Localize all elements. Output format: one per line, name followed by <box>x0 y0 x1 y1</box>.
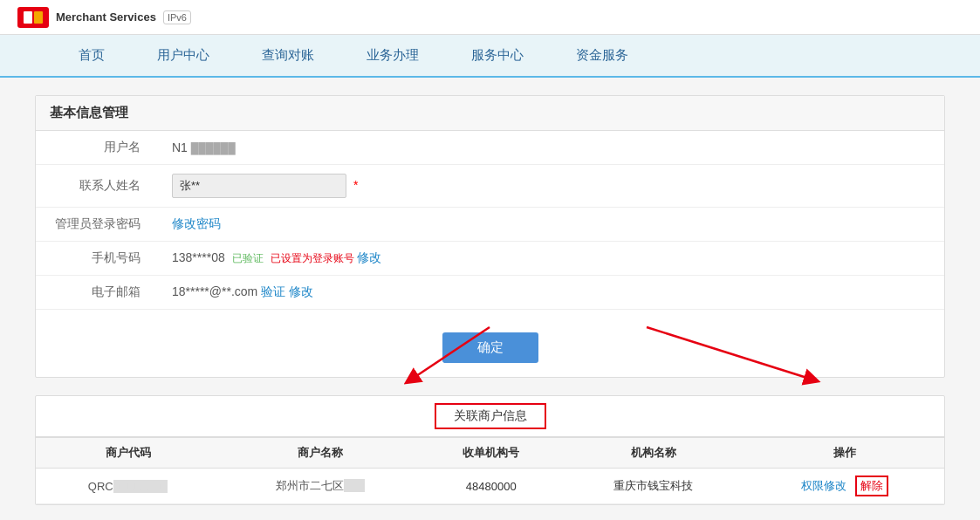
nav-item-query[interactable]: 查询对账 <box>236 35 340 76</box>
nav-item-service[interactable]: 服务中心 <box>445 35 550 76</box>
svg-rect-2 <box>34 11 43 24</box>
email-text: 18*****@**.com <box>172 284 257 298</box>
col-code: 商户代码 <box>36 438 220 469</box>
contact-value: * <box>158 165 944 208</box>
phone-value: 138****08 已验证 已设置为登录账号 修改 <box>158 242 944 276</box>
phone-row: 手机号码 138****08 已验证 已设置为登录账号 修改 <box>36 242 944 276</box>
merchant-title-box: 关联商户信息 <box>435 403 546 429</box>
required-star: * <box>353 178 358 192</box>
contact-row: 联系人姓名 * <box>36 165 944 208</box>
merchant-section: 关联商户信息 商户代码 商户名称 收单机构号 机构名称 操作 QRC■■■■■■… <box>35 395 945 505</box>
col-operation: 操作 <box>745 438 944 469</box>
change-password-link[interactable]: 修改密码 <box>172 216 221 230</box>
confirm-section: 确定 <box>36 310 944 363</box>
phone-edit-link[interactable]: 修改 <box>357 250 381 264</box>
email-verify-link[interactable]: 验证 <box>261 284 285 298</box>
nav-item-user-center[interactable]: 用户中心 <box>131 35 236 76</box>
email-label: 电子邮箱 <box>36 276 158 310</box>
email-row: 电子邮箱 18*****@**.com 验证 修改 <box>36 276 944 310</box>
email-value: 18*****@**.com 验证 修改 <box>158 276 944 310</box>
logo-text: Merchant Services <box>56 10 156 24</box>
phone-verified-badge: 已验证 <box>232 252 264 264</box>
permission-edit-link[interactable]: 权限修改 <box>801 479 846 492</box>
password-value: 修改密码 <box>158 208 944 242</box>
merchant-name: 郑州市二七区■■■ <box>220 469 420 504</box>
merchant-code: QRC■■■■■■■■ <box>36 469 220 504</box>
header: Merchant Services IPv6 <box>0 0 980 35</box>
merchant-title-row: 关联商户信息 <box>36 396 944 437</box>
username-value: N1 ██████ <box>158 131 944 165</box>
basic-info-form: 用户名 N1 ██████ 联系人姓名 * 管理员登录密码 修改密码 手机号码 <box>36 131 944 310</box>
panel-title: 基本信息管理 <box>36 96 944 131</box>
col-org: 机构名称 <box>562 438 745 469</box>
password-label: 管理员登录密码 <box>36 208 158 242</box>
nav-item-finance[interactable]: 资金服务 <box>550 35 654 76</box>
nav-item-home[interactable]: 首页 <box>52 35 131 76</box>
nav-item-business[interactable]: 业务办理 <box>340 35 445 76</box>
merchant-row: QRC■■■■■■■■ 郑州市二七区■■■ 48480000 重庆市钱宝科技 权… <box>36 469 944 504</box>
phone-label: 手机号码 <box>36 242 158 276</box>
logo-icon <box>17 7 49 28</box>
nav: 首页 用户中心 查询对账 业务办理 服务中心 资金服务 <box>0 35 980 78</box>
confirm-button[interactable]: 确定 <box>442 332 538 363</box>
svg-rect-1 <box>24 11 32 24</box>
col-acquiring: 收单机构号 <box>421 438 562 469</box>
username-text: N1 ██████ <box>172 140 236 154</box>
contact-input[interactable] <box>172 174 346 198</box>
username-label: 用户名 <box>36 131 158 165</box>
merchant-acquiring-num: 48480000 <box>421 469 562 504</box>
delete-highlight-box: 解除 <box>855 476 888 496</box>
password-row: 管理员登录密码 修改密码 <box>36 208 944 242</box>
email-edit-link[interactable]: 修改 <box>289 284 313 298</box>
delete-link[interactable]: 解除 <box>860 479 883 492</box>
main-content: 基本信息管理 用户名 N1 ██████ 联系人姓名 * 管理员登录密码 修改密… <box>0 78 980 520</box>
phone-number: 138****08 <box>172 250 225 264</box>
col-name: 商户名称 <box>220 438 420 469</box>
merchant-table-header: 商户代码 商户名称 收单机构号 机构名称 操作 <box>36 438 944 469</box>
logo-container: Merchant Services IPv6 <box>17 7 191 28</box>
svg-line-6 <box>647 327 812 380</box>
phone-login-set: 已设置为登录账号 <box>271 252 354 264</box>
merchant-operations: 权限修改 解除 <box>745 469 944 504</box>
basic-info-panel: 基本信息管理 用户名 N1 ██████ 联系人姓名 * 管理员登录密码 修改密… <box>35 95 945 378</box>
merchant-table: 商户代码 商户名称 收单机构号 机构名称 操作 QRC■■■■■■■■ 郑州市二… <box>36 437 944 504</box>
op-separator <box>849 479 853 492</box>
contact-label: 联系人姓名 <box>36 165 158 208</box>
merchant-org-name: 重庆市钱宝科技 <box>562 469 745 504</box>
username-row: 用户名 N1 ██████ <box>36 131 944 165</box>
ipv6-badge: IPv6 <box>163 10 191 24</box>
